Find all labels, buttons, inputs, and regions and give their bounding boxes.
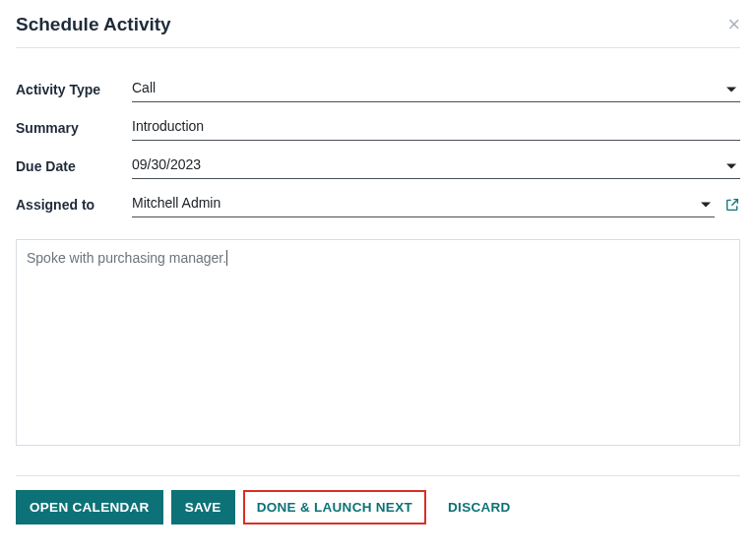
open-calendar-button[interactable]: OPEN CALENDAR bbox=[16, 490, 163, 524]
summary-field[interactable] bbox=[132, 114, 740, 141]
notes-textarea[interactable]: Spoke with purchasing manager. bbox=[16, 239, 740, 446]
activity-type-field[interactable] bbox=[132, 76, 740, 102]
schedule-activity-modal: Schedule Activity × Activity Type Summar… bbox=[0, 0, 756, 524]
activity-type-input[interactable] bbox=[132, 76, 740, 102]
external-link-icon[interactable] bbox=[724, 197, 740, 213]
due-date-input[interactable] bbox=[132, 153, 740, 179]
activity-type-row: Activity Type bbox=[16, 76, 740, 102]
summary-label: Summary bbox=[16, 120, 132, 136]
due-date-label: Due Date bbox=[16, 158, 132, 174]
summary-input[interactable] bbox=[132, 114, 740, 141]
modal-footer: OPEN CALENDAR SAVE DONE & LAUNCH NEXT DI… bbox=[16, 476, 740, 524]
assigned-to-row: Assigned to bbox=[16, 191, 740, 217]
due-date-field[interactable] bbox=[132, 153, 740, 179]
save-button[interactable]: SAVE bbox=[171, 490, 235, 524]
assigned-to-input[interactable] bbox=[132, 191, 715, 217]
modal-header: Schedule Activity × bbox=[16, 0, 740, 48]
summary-row: Summary bbox=[16, 114, 740, 141]
due-date-row: Due Date bbox=[16, 153, 740, 179]
done-launch-next-button[interactable]: DONE & LAUNCH NEXT bbox=[243, 490, 426, 524]
discard-button[interactable]: DISCARD bbox=[434, 490, 525, 524]
modal-title: Schedule Activity bbox=[16, 14, 171, 35]
notes-text: Spoke with purchasing manager. bbox=[27, 250, 226, 266]
assigned-to-label: Assigned to bbox=[16, 197, 132, 213]
text-cursor bbox=[226, 250, 227, 266]
close-icon[interactable]: × bbox=[727, 14, 740, 35]
assigned-to-field[interactable] bbox=[132, 191, 715, 217]
activity-type-label: Activity Type bbox=[16, 82, 132, 97]
form-body: Activity Type Summary Due Date Assigned … bbox=[16, 48, 740, 446]
